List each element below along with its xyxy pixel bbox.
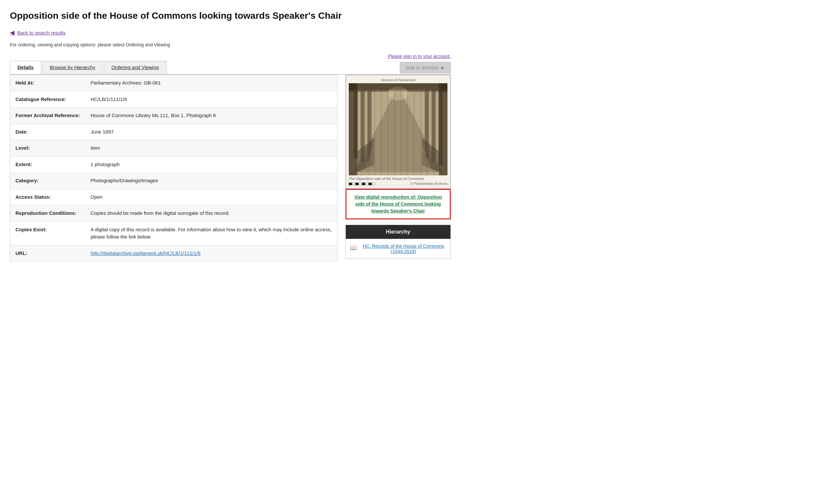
detail-value: June 1897: [85, 124, 337, 140]
svg-marker-9: [357, 138, 374, 165]
svg-point-14: [388, 87, 408, 100]
sign-in-link[interactable]: Please sign in to your account.: [388, 54, 451, 59]
detail-value: Item: [85, 140, 337, 157]
back-arrow-icon: ◀: [10, 29, 15, 36]
image-container: Houses of Parliament: [345, 75, 451, 189]
scale-block-1: [349, 183, 352, 185]
tab-ordering-viewing[interactable]: Ordering and Viewing: [104, 61, 166, 74]
scale-block-2: [352, 183, 355, 185]
detail-label: URL:: [10, 245, 86, 262]
scale-block-5: [362, 183, 365, 185]
svg-rect-5: [425, 90, 429, 158]
detail-label: Held At:: [10, 75, 86, 91]
detail-value: A digital copy of this record is availab…: [85, 221, 337, 245]
table-row: Catalogue Reference:HC/LB/1/111/1/6: [10, 91, 338, 108]
svg-marker-11: [422, 138, 439, 165]
detail-value[interactable]: http://digitalarchive.parliament.uk/HC/L…: [85, 245, 337, 262]
scale-block-6: [365, 183, 369, 185]
sign-in-row: Please sign in to your account.: [10, 53, 451, 59]
detail-label: Copies Exist:: [10, 221, 86, 245]
tab-details[interactable]: Details: [10, 61, 41, 74]
svg-rect-2: [354, 90, 358, 158]
scale-block-8: [372, 183, 375, 185]
detail-label: Date:: [10, 124, 86, 140]
detail-url-link[interactable]: http://digitalarchive.parliament.uk/HC/L…: [90, 250, 200, 256]
svg-rect-6: [432, 90, 435, 162]
detail-label: Former Archival Reference:: [10, 108, 86, 124]
svg-marker-1: [354, 87, 443, 172]
hierarchy-header: Hierarchy: [346, 225, 450, 239]
view-digital-reproduction-button[interactable]: View digital reproduction of: Opposition…: [345, 189, 451, 219]
back-link-text: Back to search results: [17, 30, 66, 36]
page-wrapper: Opposition side of the House of Commons …: [0, 0, 461, 275]
scale-block-7: [369, 183, 372, 185]
archive-photo-inner: [349, 83, 447, 175]
table-row: Copies Exist:A digital copy of this reco…: [10, 221, 338, 245]
detail-value: 1 photograph: [85, 156, 337, 173]
table-row: Access Status:Open: [10, 189, 338, 205]
hierarchy-box: Hierarchy 📖 HC: Records of the House of …: [345, 225, 451, 259]
detail-label: Catalogue Reference:: [10, 91, 86, 108]
content-area: Held At:Parliamentary Archives: GB-061Ca…: [10, 75, 451, 262]
detail-value: Copies should be made from the digital s…: [85, 205, 337, 222]
details-table: Held At:Parliamentary Archives: GB-061Ca…: [10, 75, 338, 262]
table-row: Date:June 1897: [10, 124, 338, 140]
detail-value: House of Commons Library Ms 111, Box 1, …: [85, 108, 337, 124]
hierarchy-book-icon: 📖: [350, 244, 357, 251]
page-title: Opposition side of the House of Commons …: [10, 10, 451, 22]
detail-value: HC/LB/1/111/1/6: [85, 91, 337, 108]
table-row: Extent:1 photograph: [10, 156, 338, 173]
tabs-container: Details Browse by Hierarchy Ordering and…: [10, 61, 167, 74]
tabs-bar: Details Browse by Hierarchy Ordering and…: [10, 61, 451, 75]
wishlist-arrow-icon: ▶: [441, 65, 445, 70]
add-to-wishlist-button[interactable]: Add to Wishlist ▶: [400, 62, 451, 73]
svg-rect-0: [349, 83, 447, 175]
svg-rect-15: [349, 83, 357, 175]
detail-label: Extent:: [10, 156, 86, 173]
ordering-notice: For ordering, viewing and copying option…: [10, 42, 451, 47]
table-row: URL:http://digitalarchive.parliament.uk/…: [10, 245, 338, 262]
table-row: Reproduction Conditions:Copies should be…: [10, 205, 338, 222]
svg-rect-3: [361, 90, 364, 162]
detail-value: Open: [85, 189, 337, 205]
svg-marker-10: [357, 152, 374, 172]
scale-block-4: [359, 183, 362, 185]
table-row: Category:Photographs/Drawings/Images: [10, 173, 338, 189]
image-header: Houses of Parliament: [349, 78, 447, 82]
detail-label: Access Status:: [10, 189, 86, 205]
svg-rect-7: [438, 90, 442, 165]
svg-rect-16: [439, 83, 447, 175]
back-to-search-link[interactable]: ◀ Back to search results: [10, 29, 66, 36]
table-row: Former Archival Reference:House of Commo…: [10, 108, 338, 124]
svg-rect-17: [349, 83, 447, 90]
svg-marker-13: [364, 104, 432, 172]
svg-rect-8: [349, 83, 447, 92]
scale-bar: [349, 183, 375, 185]
detail-label: Level:: [10, 140, 86, 157]
back-link-row: ◀ Back to search results: [10, 29, 451, 36]
hierarchy-item: 📖 HC: Records of the House of Commons (1…: [350, 244, 446, 254]
tab-browse-hierarchy[interactable]: Browse by Hierarchy: [42, 61, 103, 74]
table-row: Held At:Parliamentary Archives: GB-061: [10, 75, 338, 91]
image-watermark: © Parliamentary Archives: [411, 182, 447, 185]
svg-marker-12: [422, 152, 439, 172]
hierarchy-link[interactable]: HC: Records of the House of Commons (154…: [360, 244, 446, 254]
table-row: Level:Item: [10, 140, 338, 157]
detail-label: Reproduction Conditions:: [10, 205, 86, 222]
scale-block-3: [355, 183, 359, 185]
right-panel: Houses of Parliament: [345, 75, 451, 262]
detail-label: Category:: [10, 173, 86, 189]
detail-value: Parliamentary Archives: GB-061: [85, 75, 337, 91]
details-section: Held At:Parliamentary Archives: GB-061Ca…: [10, 75, 338, 262]
hierarchy-content: 📖 HC: Records of the House of Commons (1…: [346, 239, 450, 258]
detail-value: Photographs/Drawings/Images: [85, 173, 337, 189]
archive-photo: [349, 83, 447, 175]
image-caption: The Opposition side of the House of Comm…: [349, 177, 447, 181]
svg-rect-4: [368, 90, 372, 165]
